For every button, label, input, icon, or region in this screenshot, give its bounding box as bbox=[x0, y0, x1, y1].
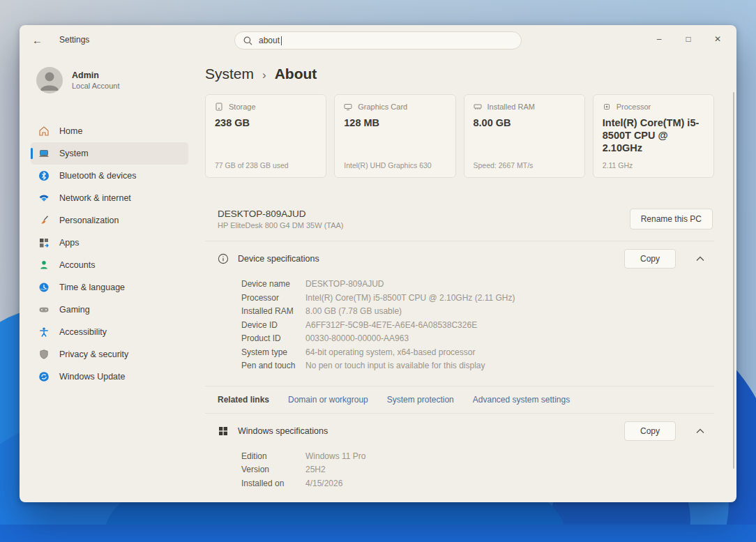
apps-icon bbox=[38, 237, 50, 248]
update-icon bbox=[38, 371, 50, 382]
text-caret bbox=[281, 36, 282, 45]
minimize-button[interactable]: – bbox=[644, 25, 674, 53]
ram-card: Installed RAM 8.00 GB Speed: 2667 MT/s bbox=[464, 94, 585, 178]
ram-icon bbox=[474, 103, 482, 111]
search-input[interactable]: about bbox=[234, 31, 522, 50]
maximize-button[interactable]: □ bbox=[674, 25, 703, 53]
storage-icon bbox=[215, 103, 223, 111]
breadcrumb-system[interactable]: System bbox=[205, 66, 254, 82]
link-advanced-system-settings[interactable]: Advanced system settings bbox=[473, 395, 570, 405]
processor-card: Processor Intel(R) Core(TM) i5-8500T CPU… bbox=[593, 94, 714, 178]
search-value: about bbox=[259, 36, 280, 45]
related-links-title: Related links bbox=[218, 395, 269, 405]
breadcrumb-separator: › bbox=[262, 68, 266, 82]
clock-globe-icon bbox=[38, 282, 50, 293]
spec-row: Installed RAM8.00 GB (7.78 GB usable) bbox=[241, 305, 714, 319]
wifi-icon bbox=[38, 193, 50, 204]
account-header[interactable]: Admin Local Account bbox=[36, 67, 188, 93]
main-content: System › About Storage 238 GB 77 GB of 2… bbox=[205, 54, 728, 502]
gpu-icon bbox=[344, 103, 352, 111]
account-name: Admin bbox=[72, 70, 120, 80]
sidebar-item-accounts[interactable]: Accounts bbox=[31, 254, 188, 276]
link-system-protection[interactable]: System protection bbox=[387, 395, 454, 405]
device-name-row: DESKTOP-809AJUD HP EliteDesk 800 G4 DM 3… bbox=[205, 209, 714, 241]
page-title: About bbox=[275, 66, 317, 82]
bluetooth-icon bbox=[38, 170, 50, 181]
sidebar-item-personalization[interactable]: Personalization bbox=[31, 209, 188, 232]
breadcrumb: System › About bbox=[205, 66, 714, 82]
device-name: DESKTOP-809AJUD bbox=[218, 209, 344, 219]
device-specs-table: Device nameDESKTOP-809AJUD ProcessorInte… bbox=[205, 276, 714, 384]
sidebar-item-bluetooth[interactable]: Bluetooth & devices bbox=[31, 165, 188, 187]
scrollbar[interactable] bbox=[733, 92, 734, 469]
spec-row: Installed on4/15/2026 bbox=[241, 477, 714, 491]
titlebar: ← Settings about – □ ✕ bbox=[20, 25, 736, 54]
spec-row: Product ID00330-80000-00000-AA963 bbox=[241, 332, 714, 346]
spec-row: ProcessorIntel(R) Core(TM) i5-8500T CPU … bbox=[241, 292, 714, 306]
spec-row: Device nameDESKTOP-809AJUD bbox=[241, 278, 714, 292]
storage-card: Storage 238 GB 77 GB of 238 GB used bbox=[205, 94, 326, 178]
person-icon bbox=[38, 259, 50, 271]
sidebar-item-apps[interactable]: Apps bbox=[31, 232, 188, 254]
settings-window: ← Settings about – □ ✕ Admin Local Accou… bbox=[20, 25, 736, 502]
link-domain-workgroup[interactable]: Domain or workgroup bbox=[288, 395, 368, 405]
copy-device-specs-button[interactable]: Copy bbox=[624, 249, 676, 269]
app-title: Settings bbox=[59, 35, 89, 45]
spec-row: Version25H2 bbox=[241, 463, 714, 477]
account-subtitle: Local Account bbox=[72, 82, 120, 90]
windows-specs-header[interactable]: Windows specifications Copy bbox=[205, 414, 714, 449]
rename-pc-button[interactable]: Rename this PC bbox=[630, 209, 713, 229]
chevron-up-icon[interactable] bbox=[696, 256, 704, 262]
windows-specs-icon bbox=[218, 426, 229, 437]
windows-specs-table: EditionWindows 11 Pro Version25H2 Instal… bbox=[205, 449, 714, 502]
avatar bbox=[36, 67, 63, 93]
shield-icon bbox=[38, 349, 50, 360]
spec-row: System type64-bit operating system, x64-… bbox=[241, 346, 714, 360]
device-model: HP EliteDesk 800 G4 DM 35W (TAA) bbox=[218, 221, 344, 229]
home-icon bbox=[38, 126, 50, 137]
spec-row: Device IDA6FF312F-5C9B-4E7E-A6E4-6A08538… bbox=[241, 319, 714, 333]
sidebar-item-time-language[interactable]: Time & language bbox=[31, 276, 188, 299]
info-icon bbox=[218, 253, 229, 264]
sidebar-item-home[interactable]: Home bbox=[31, 120, 188, 142]
sidebar-item-gaming[interactable]: Gaming bbox=[31, 299, 188, 321]
sidebar-item-privacy[interactable]: Privacy & security bbox=[31, 343, 188, 366]
back-icon[interactable]: ← bbox=[32, 34, 43, 46]
related-links-row: Related links Domain or workgroup System… bbox=[205, 386, 714, 414]
sidebar-item-system[interactable]: System bbox=[31, 142, 188, 165]
brush-icon bbox=[38, 215, 50, 226]
graphics-card: Graphics Card 128 MB Intel(R) UHD Graphi… bbox=[334, 94, 455, 178]
close-button[interactable]: ✕ bbox=[703, 25, 732, 53]
copy-windows-specs-button[interactable]: Copy bbox=[624, 421, 676, 441]
sidebar: Admin Local Account Home System Bluetoot… bbox=[20, 54, 197, 502]
accessibility-icon bbox=[38, 326, 50, 338]
cpu-icon bbox=[603, 103, 611, 111]
sidebar-item-windows-update[interactable]: Windows Update bbox=[31, 366, 188, 388]
device-specs-header[interactable]: Device specifications Copy bbox=[205, 241, 714, 276]
system-icon bbox=[38, 148, 50, 159]
sidebar-item-accessibility[interactable]: Accessibility bbox=[31, 321, 188, 343]
spec-row: EditionWindows 11 Pro bbox=[241, 450, 714, 464]
sidebar-item-network[interactable]: Network & internet bbox=[31, 187, 188, 209]
summary-cards: Storage 238 GB 77 GB of 238 GB used Grap… bbox=[205, 94, 714, 178]
gamepad-icon bbox=[38, 304, 50, 315]
spec-row: Pen and touchNo pen or touch input is av… bbox=[241, 359, 714, 373]
search-icon bbox=[243, 36, 252, 45]
chevron-up-icon[interactable] bbox=[696, 428, 704, 434]
